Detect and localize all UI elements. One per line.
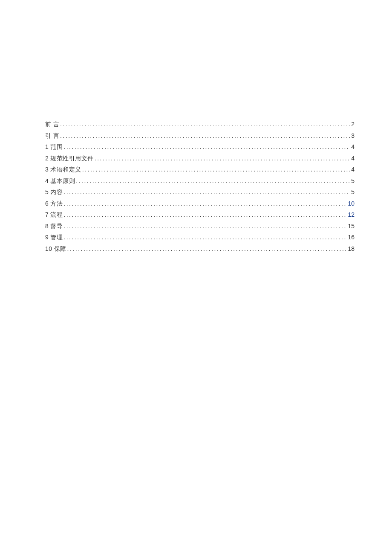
- toc-leader: ........................................…: [76, 178, 350, 184]
- toc-entry-number: 8: [45, 223, 49, 230]
- document-page: 前 言.....................................…: [0, 0, 392, 555]
- toc-entry[interactable]: 5内容.....................................…: [45, 189, 355, 195]
- toc-entry-page: 3: [351, 133, 355, 139]
- toc-entry[interactable]: 1范围.....................................…: [45, 144, 355, 150]
- toc-entry-page: 12: [348, 212, 355, 218]
- toc-entry[interactable]: 9管理.....................................…: [45, 234, 355, 241]
- toc-entry-page: 10: [348, 200, 355, 206]
- toc-entry-page: 4: [351, 144, 355, 150]
- toc-entry-page: 4: [351, 166, 355, 172]
- toc-leader: ........................................…: [95, 155, 350, 161]
- toc-entry-text: 范围: [50, 144, 63, 150]
- toc-leader: ........................................…: [60, 121, 350, 127]
- toc-entry[interactable]: 引 言.....................................…: [45, 133, 355, 139]
- toc-entry[interactable]: 7流程.....................................…: [45, 212, 355, 218]
- toc-entry-title: 3术语和定义: [45, 166, 81, 173]
- toc-entry[interactable]: 4基本原则...................................…: [45, 178, 355, 184]
- toc-entry-text: 督导: [50, 223, 63, 230]
- toc-entry[interactable]: 6方法.....................................…: [45, 200, 355, 207]
- toc-entry-number: 10: [45, 245, 52, 252]
- toc-entry-number: 7: [45, 211, 49, 218]
- toc-leader: ........................................…: [63, 144, 350, 150]
- toc-entry-title: 2规范性引用文件: [45, 155, 94, 162]
- toc-leader: ........................................…: [63, 212, 347, 218]
- toc-leader: ........................................…: [82, 166, 350, 172]
- toc-entry-title: 6方法: [45, 200, 63, 207]
- toc-entry[interactable]: 10保障....................................…: [45, 246, 355, 252]
- toc-entry-page: 18: [348, 246, 355, 252]
- toc-entry[interactable]: 2规范性引用文件................................…: [45, 155, 355, 162]
- toc-entry-number: 4: [45, 177, 49, 184]
- toc-entry-text: 基本原则: [50, 178, 75, 184]
- toc-entry-text: 流程: [50, 212, 63, 218]
- toc-entry-text: 术语和定义: [50, 166, 81, 173]
- toc-entry[interactable]: 8督导.....................................…: [45, 223, 355, 230]
- toc-entry-number: 6: [45, 200, 49, 207]
- toc-entry-number: 5: [45, 189, 49, 195]
- toc-leader: ........................................…: [63, 200, 347, 206]
- toc-entry-title: 4基本原则: [45, 178, 75, 184]
- toc-leader: ........................................…: [63, 223, 347, 229]
- toc-entry-number: 3: [45, 166, 49, 173]
- toc-entry-page: 5: [351, 178, 355, 184]
- toc-entry-text: 保障: [54, 246, 66, 252]
- toc-leader: ........................................…: [63, 234, 347, 240]
- toc-entry-title: 10保障: [45, 246, 66, 252]
- toc-entry-page: 5: [351, 189, 355, 195]
- toc-entry-text: 内容: [50, 189, 63, 195]
- toc-entry-title: 8督导: [45, 223, 63, 230]
- toc-entry-page: 15: [348, 223, 355, 229]
- toc-entry-page: 4: [351, 155, 355, 161]
- toc-entry[interactable]: 前 言.....................................…: [45, 121, 355, 128]
- toc-entry-text: 方法: [50, 200, 63, 207]
- toc-entry-text: 管理: [50, 234, 63, 241]
- toc-entry-title: 9管理: [45, 234, 63, 241]
- toc-entry-title: 引 言: [45, 133, 59, 139]
- table-of-contents: 前 言.....................................…: [45, 121, 355, 252]
- toc-entry-text: 前 言: [45, 121, 59, 128]
- toc-entry-page: 16: [348, 234, 355, 240]
- toc-entry-number: 1: [45, 143, 49, 150]
- toc-entry[interactable]: 3术语和定义..................................…: [45, 166, 355, 173]
- toc-entry-page: 2: [351, 121, 355, 127]
- toc-entry-number: 2: [45, 155, 49, 162]
- toc-entry-number: 9: [45, 234, 49, 241]
- toc-entry-title: 7流程: [45, 212, 63, 218]
- toc-entry-text: 规范性引用文件: [50, 155, 94, 162]
- toc-entry-title: 5内容: [45, 189, 63, 195]
- toc-entry-text: 引 言: [45, 133, 59, 139]
- toc-leader: ........................................…: [60, 133, 350, 139]
- toc-entry-title: 1范围: [45, 144, 63, 150]
- toc-leader: ........................................…: [67, 246, 347, 252]
- toc-entry-title: 前 言: [45, 122, 59, 128]
- toc-leader: ........................................…: [63, 189, 350, 195]
